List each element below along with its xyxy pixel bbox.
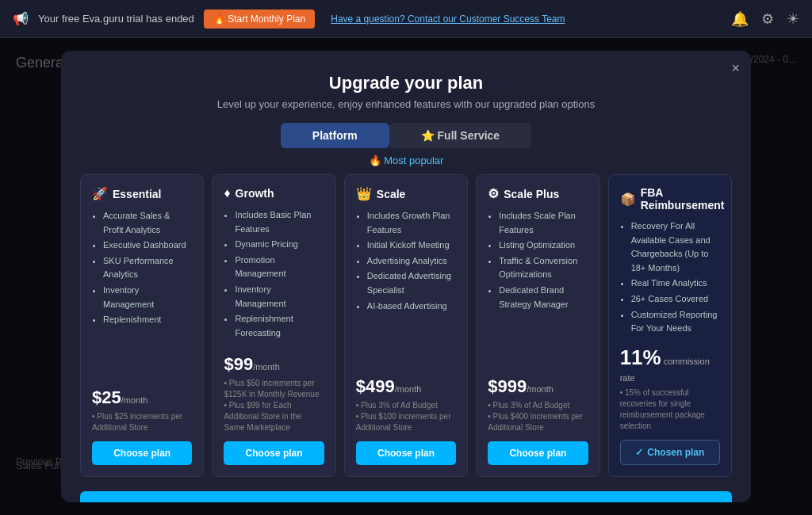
proceed-button[interactable]: Proceed to next step xyxy=(80,491,732,502)
sun-icon[interactable]: ☀ xyxy=(787,10,799,28)
feature-item: Includes Scale Plan Features xyxy=(499,209,588,237)
tab-full-service[interactable]: ⭐ Full Service xyxy=(389,123,531,148)
plan-scale-features: Includes Growth Plan Features Initial Ki… xyxy=(356,209,456,368)
plan-scale-icon: 👑 xyxy=(356,186,372,201)
plan-scale-price: $499/month xyxy=(356,376,456,397)
plan-scale-name-row: 👑 Scale xyxy=(356,186,456,201)
feature-item: Inventory Management xyxy=(235,283,324,311)
feature-item: Dynamic Pricing xyxy=(235,238,324,252)
plan-scale-plus: ⚙ Scale Plus Includes Scale Plan Feature… xyxy=(476,174,599,477)
feature-item: Recovery For All Available Cases and Cha… xyxy=(631,219,720,275)
choose-scale-plus-button[interactable]: Choose plan xyxy=(488,441,588,465)
chosen-fba-button[interactable]: ✓ Chosen plan xyxy=(620,440,720,465)
start-monthly-plan-button[interactable]: 🔥 Start Monthly Plan xyxy=(204,10,315,29)
plan-growth-name-row: ♦ Growth xyxy=(224,186,324,200)
plan-fba-price: 11% commission rate xyxy=(620,345,720,384)
plan-scale: 👑 Scale Includes Growth Plan Features In… xyxy=(344,174,468,477)
feature-item: SKU Performance Analytics xyxy=(103,254,192,282)
plan-scale-plus-name: Scale Plus xyxy=(504,188,559,200)
modal-overlay: × Upgrade your plan Level up your experi… xyxy=(0,38,812,515)
plan-growth-note: • Plus $50 increments per $125K in Month… xyxy=(224,378,324,433)
plan-fba-note: • 15% of successful recoveries for singl… xyxy=(620,387,720,432)
upgrade-modal: × Upgrade your plan Level up your experi… xyxy=(61,51,751,502)
feature-item: Promotion Management xyxy=(235,254,324,281)
plan-essential-icon: 🚀 xyxy=(92,186,108,201)
plan-fba-name: FBA Reimbursement xyxy=(641,186,725,212)
most-popular-badge: 🔥 Most popular xyxy=(80,154,732,166)
feature-item: Real Time Analytics xyxy=(631,277,720,291)
feature-item: 26+ Cases Covered xyxy=(631,292,720,307)
choose-scale-button[interactable]: Choose plan xyxy=(356,441,456,465)
feature-item: Includes Basic Plan Features xyxy=(235,208,324,236)
plan-scale-plus-note: • Plus 3% of Ad Budget• Plus $400 increm… xyxy=(488,400,588,433)
plan-growth-icon: ♦ xyxy=(224,186,230,200)
topbar: 📢 Your free Eva.guru trial has ended 🔥 S… xyxy=(0,0,812,38)
feature-item: Customized Reporting For Your Needs xyxy=(631,308,720,336)
plan-scale-name: Scale xyxy=(377,188,406,200)
plan-scale-plus-icon: ⚙ xyxy=(488,186,499,201)
modal-subtitle: Level up your experience, enjoy enhanced… xyxy=(80,98,732,110)
plan-fba-name-row: 📦 FBA Reimbursement xyxy=(620,186,720,212)
trial-text: Your free Eva.guru trial has ended xyxy=(38,13,194,25)
feature-item: Dedicated Advertising Specialist xyxy=(367,269,456,297)
feature-item: Replenishment xyxy=(103,313,192,327)
plans-grid: 🚀 Essential Accurate Sales & Profit Anal… xyxy=(80,174,732,477)
plan-essential-features: Accurate Sales & Profit Analytics Execut… xyxy=(92,209,192,380)
plan-growth-features: Includes Basic Plan Features Dynamic Pri… xyxy=(224,208,324,346)
plan-fba-icon: 📦 xyxy=(620,192,636,207)
close-button[interactable]: × xyxy=(731,60,740,77)
topbar-icons: 🔔 ⚙ ☀ xyxy=(731,10,799,28)
choose-essential-button[interactable]: Choose plan xyxy=(92,441,192,465)
feature-item: Executive Dashboard xyxy=(103,238,192,253)
megaphone-icon: 📢 xyxy=(13,11,29,26)
plan-essential-note: • Plus $25 increments per Additional Sto… xyxy=(92,411,192,433)
plan-essential: 🚀 Essential Accurate Sales & Profit Anal… xyxy=(80,174,204,477)
bell-icon[interactable]: 🔔 xyxy=(731,10,749,28)
plan-fba-features: Recovery For All Available Cases and Cha… xyxy=(620,219,720,338)
feature-item: Inventory Management xyxy=(103,284,192,311)
feature-item: Replenishment Forecasting xyxy=(235,312,324,340)
checkmark-icon: ✓ xyxy=(635,447,643,458)
plan-essential-name: Essential xyxy=(113,188,161,200)
feature-item: Listing Optimization xyxy=(499,238,588,253)
feature-item: Traffic & Conversion Optimizations xyxy=(499,254,588,282)
plan-growth: ♦ Growth Includes Basic Plan Features Dy… xyxy=(212,174,335,477)
feature-item: AI-based Advertising xyxy=(367,299,456,314)
plan-growth-price: $99/month xyxy=(224,354,324,375)
gear-icon[interactable]: ⚙ xyxy=(761,10,774,28)
plan-growth-name: Growth xyxy=(236,187,274,200)
plan-scale-plus-price: $999/month xyxy=(488,376,588,397)
feature-item: Advertising Analytics xyxy=(367,254,456,269)
tab-platform[interactable]: Platform xyxy=(281,123,389,148)
modal-title: Upgrade your plan xyxy=(80,73,732,93)
plan-scale-note: • Plus 3% of Ad Budget• Plus $100 increm… xyxy=(356,400,456,433)
feature-item: Initial Kickoff Meeting xyxy=(367,238,456,253)
contact-link[interactable]: Have a question? Contact our Customer Su… xyxy=(331,13,565,25)
plan-fba: 📦 FBA Reimbursement Recovery For All Ava… xyxy=(608,174,732,477)
plan-scale-plus-name-row: ⚙ Scale Plus xyxy=(488,186,588,201)
feature-item: Includes Growth Plan Features xyxy=(367,209,456,237)
topbar-left: 📢 Your free Eva.guru trial has ended 🔥 S… xyxy=(13,10,731,29)
plan-essential-name-row: 🚀 Essential xyxy=(92,186,192,201)
plan-essential-price: $25/month xyxy=(92,387,192,408)
plan-scale-plus-features: Includes Scale Plan Features Listing Opt… xyxy=(488,209,588,368)
tabs-row: Platform ⭐ Full Service xyxy=(80,123,732,148)
feature-item: Dedicated Brand Strategy Manager xyxy=(499,284,588,311)
feature-item: Accurate Sales & Profit Analytics xyxy=(103,209,192,237)
choose-growth-button[interactable]: Choose plan xyxy=(224,441,324,465)
